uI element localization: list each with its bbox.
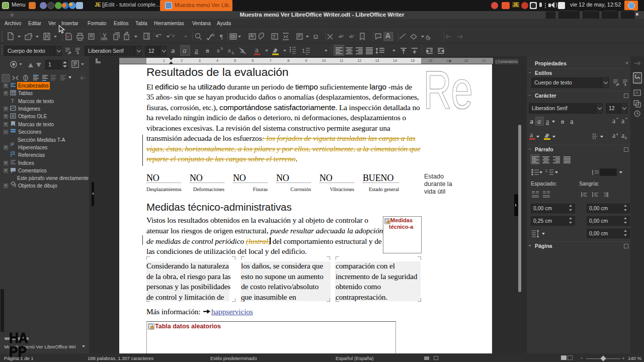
svg-text:a: a [570,118,574,125]
svg-text:P: P [67,35,69,39]
svg-text:a: a [561,118,565,125]
svg-text:¶: ¶ [220,33,223,40]
svg-text:a: a [616,132,618,136]
svg-text:a: a [206,46,209,54]
svg-text:a: a [612,132,616,139]
svg-text:*: * [616,117,618,122]
svg-text:b: b [625,136,627,140]
svg-text:a: a [228,47,231,54]
svg-text:a: a [171,46,175,54]
svg-text:b: b [232,51,234,55]
svg-text:b: b [221,46,223,51]
svg-text:1.: 1. [545,169,548,172]
svg-text:a: a [621,132,625,139]
svg-text:a: a [546,118,549,125]
svg-text:a: a [195,46,198,54]
svg-text:a: a [530,118,533,125]
svg-text:*: * [625,117,627,122]
svg-text:1.: 1. [302,48,306,54]
svg-text:a: a [183,46,187,54]
svg-text:a: a [530,131,533,139]
svg-text:abª: abª [349,34,355,39]
svg-text:a: a [621,117,625,125]
svg-text:T: T [273,34,276,39]
svg-text:Ω: Ω [313,33,318,40]
svg-text:ab¹: ab¹ [339,34,344,39]
svg-text:ab: ab [210,32,215,37]
svg-text:a: a [612,117,616,125]
svg-text:a: a [255,46,259,54]
svg-text:a: a [537,118,541,125]
svg-text:a: a [217,47,220,54]
